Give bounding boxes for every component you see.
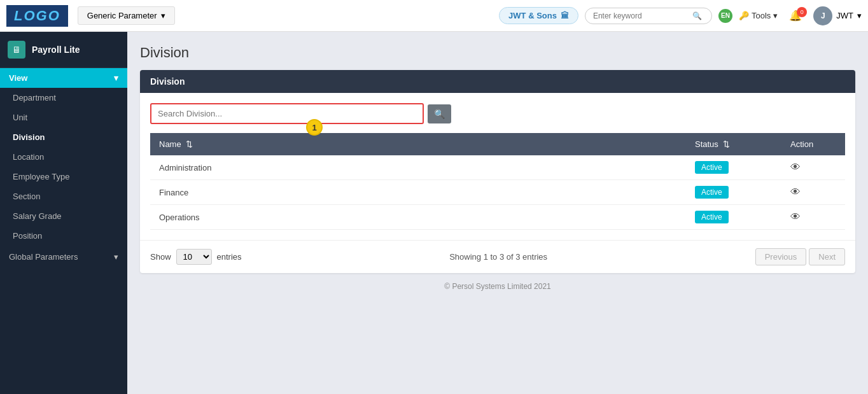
copyright-text: © Persol Systems Limited 2021 xyxy=(444,282,551,291)
avatar: J xyxy=(813,6,832,25)
notification-badge: 0 xyxy=(797,7,807,17)
annotation-bubble-1: 1 xyxy=(306,119,323,136)
sidebar-app-name: Payroll Lite xyxy=(32,45,80,55)
status-badge: Active xyxy=(695,211,729,223)
sort-icon-status[interactable]: ⇅ xyxy=(723,139,730,149)
table-row: Finance Active 👁 xyxy=(150,180,845,205)
sidebar: 🖥 Payroll Lite View ▾ Department Unit Di… xyxy=(0,32,127,394)
view-action-icon[interactable]: 👁 xyxy=(790,162,801,172)
card-header: Division xyxy=(140,70,855,93)
card-body: 1 🔍 Name ⇅ xyxy=(140,93,855,240)
tools-arrow-icon: ▾ xyxy=(773,11,778,20)
company-name: JWT & Sons xyxy=(508,11,557,20)
status-badge: Active xyxy=(695,186,729,199)
row-action: 👁 xyxy=(781,180,845,205)
sidebar-view-arrow-icon: ▾ xyxy=(114,73,118,83)
status-badge: Active xyxy=(695,161,729,174)
generic-parameter-menu[interactable]: Generic Parameter ▾ xyxy=(78,6,175,25)
row-status: Active xyxy=(686,180,781,205)
table-row: Operations Active 👁 xyxy=(150,205,845,230)
user-menu[interactable]: J JWT ▾ xyxy=(813,6,862,25)
global-label: Global Parameters xyxy=(9,252,78,262)
company-selector[interactable]: JWT & Sons 🏛 xyxy=(499,7,578,24)
search-input[interactable] xyxy=(593,11,689,20)
view-action-icon[interactable]: 👁 xyxy=(790,186,801,197)
sidebar-app-header: 🖥 Payroll Lite xyxy=(0,32,127,68)
main-content: Division Division 1 🔍 xyxy=(127,32,868,394)
sidebar-app-icon: 🖥 xyxy=(8,41,25,59)
show-label: Show xyxy=(150,252,171,262)
division-card: Division 1 🔍 xyxy=(140,70,855,273)
sidebar-item-section[interactable]: Section xyxy=(0,186,127,206)
sidebar-view-section[interactable]: View ▾ xyxy=(0,68,127,88)
col-action: Action xyxy=(781,133,845,155)
company-icon: 🏛 xyxy=(561,11,569,20)
search-button[interactable]: 🔍 xyxy=(428,104,451,123)
search-icon: 🔍 xyxy=(434,109,445,119)
sidebar-item-department[interactable]: Department xyxy=(0,88,127,108)
previous-button[interactable]: Previous xyxy=(755,248,807,265)
global-arrow-icon: ▾ xyxy=(114,252,118,262)
row-action: 👁 xyxy=(781,155,845,180)
sidebar-item-employee-type[interactable]: Employee Type xyxy=(0,167,127,186)
sidebar-view-label: View xyxy=(9,73,27,83)
row-name: Operations xyxy=(150,205,686,230)
sidebar-global-parameters[interactable]: Global Parameters ▾ xyxy=(0,246,127,268)
page-title: Division xyxy=(140,45,855,61)
next-button[interactable]: Next xyxy=(809,248,845,265)
view-action-icon[interactable]: 👁 xyxy=(790,211,801,222)
tools-icon: 🔑 xyxy=(739,11,749,20)
show-entries: Show 10 25 50 100 entries xyxy=(150,249,242,265)
tools-menu[interactable]: 🔑 Tools ▾ xyxy=(739,11,778,20)
search-bar: 🔍 xyxy=(585,8,712,24)
table-row: Administration Active 👁 xyxy=(150,155,845,180)
row-status: Active xyxy=(686,205,781,230)
sidebar-item-unit[interactable]: Unit xyxy=(0,108,127,127)
row-action: 👁 xyxy=(781,205,845,230)
navbar: LOGO Generic Parameter ▾ JWT & Sons 🏛 🔍 … xyxy=(0,0,868,32)
card-footer: Show 10 25 50 100 entries Showing 1 to 3… xyxy=(140,240,855,273)
notifications-button[interactable]: 🔔 0 xyxy=(784,7,807,24)
sort-icon[interactable]: ⇅ xyxy=(186,139,193,149)
entries-label: entries xyxy=(217,252,242,262)
language-badge[interactable]: EN xyxy=(718,9,732,23)
user-label: JWT xyxy=(836,11,853,20)
entries-select[interactable]: 10 25 50 100 xyxy=(176,249,212,265)
col-status: Status ⇅ xyxy=(686,133,781,155)
layout: 🖥 Payroll Lite View ▾ Department Unit Di… xyxy=(0,32,868,394)
logo: LOGO xyxy=(6,5,68,27)
page-footer: © Persol Systems Limited 2021 xyxy=(140,273,855,300)
user-arrow-icon: ▾ xyxy=(857,11,862,20)
row-name: Finance xyxy=(150,180,686,205)
division-search-input[interactable] xyxy=(150,103,424,124)
sidebar-item-salary-grade[interactable]: Salary Grade xyxy=(0,206,127,226)
sidebar-item-location[interactable]: Location xyxy=(0,147,127,167)
search-icon: 🔍 xyxy=(692,11,702,20)
menu-arrow-icon: ▾ xyxy=(161,11,165,20)
notifications-wrapper: 🔔 0 xyxy=(784,7,807,24)
row-name: Administration xyxy=(150,155,686,180)
row-status: Active xyxy=(686,155,781,180)
sidebar-item-position[interactable]: Position xyxy=(0,226,127,246)
pagination: Previous Next xyxy=(755,248,845,265)
menu-label: Generic Parameter xyxy=(87,11,157,20)
col-name: Name ⇅ xyxy=(150,133,686,155)
search-bar-row: 1 🔍 xyxy=(150,103,845,124)
division-table: Name ⇅ Status ⇅ Action xyxy=(150,133,845,230)
showing-info: Showing 1 to 3 of 3 entries xyxy=(449,252,547,262)
search-container: 1 xyxy=(150,103,424,124)
sidebar-item-division[interactable]: Division xyxy=(0,127,127,147)
